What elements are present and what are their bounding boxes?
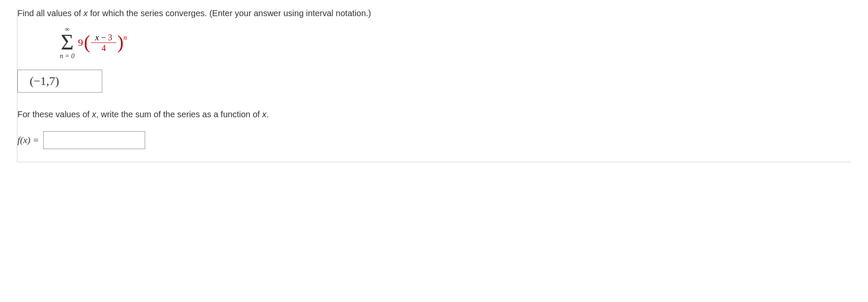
prompt2-pre: For these values of (17, 110, 92, 119)
prompt2-mid: , write the sum of the series as a funct… (96, 110, 262, 119)
prompt2-var2: x (262, 110, 266, 119)
fx-row: f(x) = (17, 131, 851, 149)
fx-f: f (17, 135, 20, 145)
fx-eq: = (31, 135, 39, 145)
prompt1-text-post: for which the series converges. (Enter y… (88, 8, 371, 18)
numerator-minus: − (101, 33, 106, 42)
series-term: 9 ( x − 3 4 ) n (78, 32, 127, 53)
numerator-var: x (95, 33, 99, 42)
answer-input-1[interactable]: (−1,7) (17, 70, 102, 93)
exponent: n (123, 34, 127, 42)
answer-1-value: (−1,7) (30, 74, 59, 87)
prompt2-post: . (266, 110, 269, 119)
answer-input-2[interactable] (43, 131, 145, 149)
prompt2-var: x (92, 110, 96, 119)
fraction: x − 3 4 (91, 32, 116, 53)
prompt-2: For these values of x, write the sum of … (17, 110, 851, 119)
sigma-notation: ∞ Σ n = 0 (60, 26, 75, 59)
coefficient: 9 (78, 37, 83, 48)
sigma-symbol: Σ (61, 33, 73, 53)
fx-label: f(x) = (17, 135, 39, 146)
numerator: x − 3 (93, 32, 114, 42)
sigma-lower: n = 0 (60, 53, 75, 59)
right-paren: ) (117, 33, 123, 52)
question-container: Find all values of x for which the serie… (17, 8, 851, 162)
numerator-const: 3 (108, 33, 112, 42)
left-paren: ( (84, 33, 90, 52)
prompt1-var: x (84, 8, 88, 18)
series-expression: ∞ Σ n = 0 9 ( x − 3 4 ) n (60, 26, 851, 59)
fx-x: x (23, 135, 27, 145)
prompt-1: Find all values of x for which the serie… (17, 8, 851, 18)
prompt1-text-pre: Find all values of (17, 8, 84, 18)
denominator: 4 (100, 43, 107, 53)
